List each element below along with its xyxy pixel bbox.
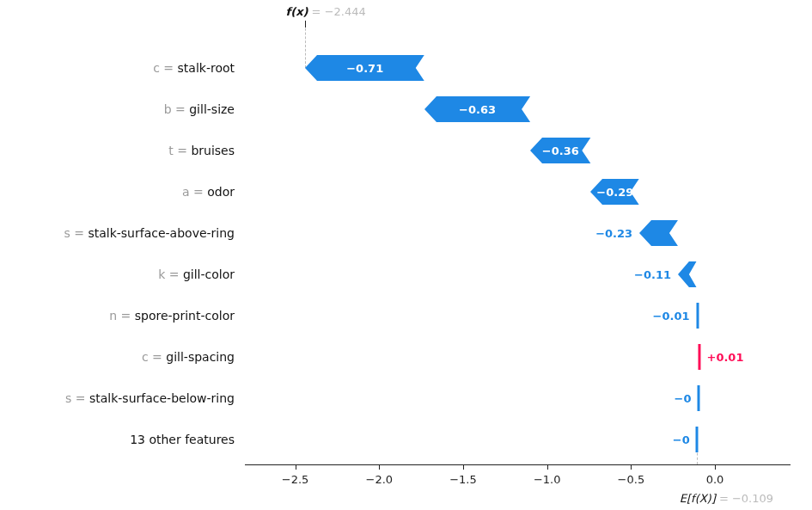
shap-value-label: −0 [675,392,692,405]
x-tick-label: −2.0 [366,473,394,486]
feature-name: gill-color [183,267,235,281]
shap-value-label: −0 [673,433,690,446]
feature-value: k [158,267,165,281]
feature-label: n = spore-print-color [109,309,235,323]
feature-name: gill-spacing [166,350,235,364]
efx-value: = −0.109 [716,492,773,505]
feature-label: b = gill-size [164,102,235,116]
x-tick [463,464,464,470]
shap-arrow [695,427,699,452]
x-tick-label: 0.0 [706,473,724,486]
shap-arrow [697,385,700,411]
shap-value-label: −0.36 [542,144,579,157]
feature-label: s = stalk-surface-above-ring [64,226,235,240]
feature-name: spore-print-color [135,309,235,323]
x-tick-label: −0.5 [618,473,645,486]
feature-value: c [142,350,149,364]
efx-label: E[f(X)] = −0.109 [680,492,773,505]
shap-value-label: −0.01 [653,310,690,323]
shap-waterfall-chart: f(x) = −2.444−2.5−2.0−1.5−1.0−0.50.0E[f(… [0,0,812,510]
shap-arrow [638,220,680,246]
feature-label: 13 other features [130,433,235,446]
x-tick [296,464,296,470]
equals-sign: = [117,309,135,323]
shap-arrow [697,344,702,370]
equals-sign: = [165,267,183,281]
x-axis [245,464,791,465]
feature-name: stalk-root [178,61,235,75]
equals-sign: = [70,226,89,240]
shap-arrow [676,261,698,287]
fx-label: f(x) = −2.444 [286,5,366,18]
shap-value-label: −0.11 [634,268,671,281]
x-tick-label: −2.5 [282,473,309,486]
x-tick [715,464,716,470]
equals-sign: = [71,391,89,405]
feature-label: s = stalk-surface-below-ring [65,391,235,405]
feature-label: c = gill-spacing [142,350,235,364]
feature-label: t = bruises [168,144,235,157]
feature-value: b [164,102,172,116]
x-tick [631,464,632,470]
shap-value-label: +0.01 [706,351,743,364]
fx-value: = −2.444 [308,5,365,18]
shap-value-label: −0.23 [595,227,632,240]
feature-value: c [153,61,160,75]
equals-sign: = [172,102,190,116]
efx-symbol: E[f(X)] [680,492,716,505]
equals-sign: = [174,144,192,157]
feature-name: stalk-surface-below-ring [89,391,235,405]
feature-name: bruises [191,144,235,157]
x-tick-label: −1.0 [534,473,561,486]
feature-value: n [109,309,117,323]
feature-label: k = gill-color [158,267,235,281]
shap-value-label: −0.71 [346,62,383,75]
feature-name: gill-size [189,102,235,116]
feature-label: a = odor [182,185,235,199]
equals-sign: = [160,61,178,75]
equals-sign: = [149,350,167,364]
shap-value-label: −0.29 [596,186,633,199]
x-tick [379,464,380,470]
feature-label: c = stalk-root [153,61,235,75]
fx-symbol: f(x) [286,5,308,18]
feature-value: a [182,185,190,199]
feature-name: 13 other features [130,433,235,446]
feature-name: stalk-surface-above-ring [88,226,235,240]
x-tick [547,464,548,470]
feature-name: odor [207,185,235,199]
shap-value-label: −0.63 [459,103,496,116]
x-tick-label: −1.5 [449,473,477,486]
equals-sign: = [190,185,208,199]
fx-tick [305,21,306,28]
shap-arrow [695,303,700,329]
